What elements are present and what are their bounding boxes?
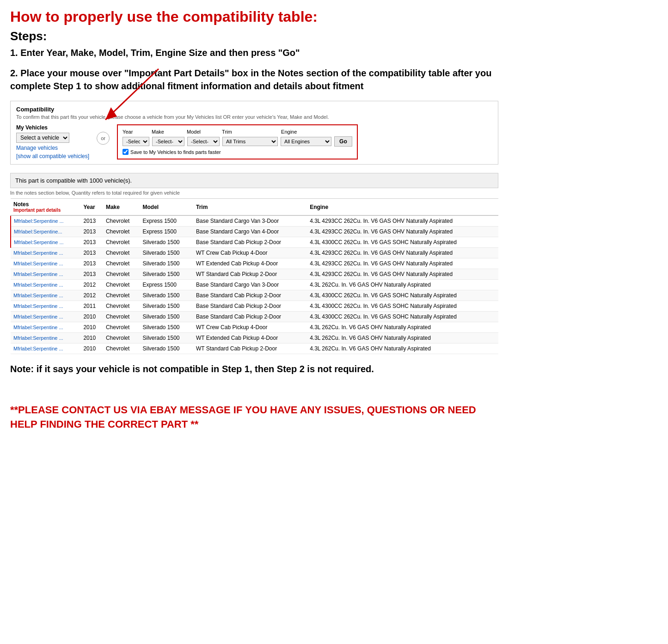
data-cell: 4.3L 4293CC 262Cu. In. V6 GAS OHV Natura… [307,248,498,258]
save-checkbox-row: Save to My Vehicles to finds parts faste… [123,149,352,155]
trim-select[interactable]: All Trims [222,137,278,146]
data-cell: Base Standard Cargo Van 4-Door [193,227,307,237]
contact-text: **PLEASE CONTACT US VIA EBAY MESSAGE IF … [10,403,498,432]
table-body: Mfrlabel:Serpentine ...2013ChevroletExpr… [11,215,498,354]
page-main-title: How to properly use the compatibility ta… [10,8,498,25]
table-row: Mfrlabel:Serpentine ...2012ChevroletSilv… [11,290,498,301]
data-cell: Chevrolet [103,312,140,322]
data-cell: 4.3L 4293CC 262Cu. In. V6 GAS OHV Natura… [307,227,498,237]
table-row: Mfrlabel:Serpentine ...2010ChevroletSilv… [11,312,498,322]
notes-cell: Mfrlabel:Serpentine ... [11,312,80,322]
data-cell: Silverado 1500 [140,312,193,322]
data-cell: 4.3L 262Cu. In. V6 GAS OHV Naturally Asp… [307,333,498,343]
data-cell: 2012 [80,290,103,301]
data-cell: 4.3L 262Cu. In. V6 GAS OHV Naturally Asp… [307,322,498,333]
data-cell: Base Standard Cargo Van 3-Door [193,215,307,227]
data-cell: Silverado 1500 [140,248,193,258]
my-vehicles-label: My Vehicles [16,124,89,131]
th-make: Make [103,199,140,216]
year-label: Year [123,129,148,135]
notes-cell: Mfrlabel:Serpentine ... [11,301,80,312]
data-cell: Base Standard Cab Pickup 2-Door [193,301,307,312]
data-cell: 2011 [80,301,103,312]
th-notes-important: Important part details [13,208,78,213]
show-all-vehicles-link[interactable]: [show all compatible vehicles] [16,153,89,159]
data-cell: Silverado 1500 [140,301,193,312]
th-year: Year [80,199,103,216]
data-cell: Chevrolet [103,258,140,269]
engine-label: Engine [281,129,332,135]
notes-cell: Mfrlabel:Serpentine ... [11,215,80,227]
notes-cell: Mfrlabel:Serpentine ... [11,322,80,333]
data-cell: 2010 [80,312,103,322]
model-select[interactable]: -Select- [187,137,220,146]
data-cell: 4.3L 262Cu. In. V6 GAS OHV Naturally Asp… [307,343,498,354]
make-label: Make [152,129,183,135]
data-cell: Silverado 1500 [140,290,193,301]
notes-cell: Mfrlabel:Serpentine ... [11,248,80,258]
data-cell: Chevrolet [103,301,140,312]
th-model: Model [140,199,193,216]
data-cell: Chevrolet [103,280,140,290]
quantity-note: In the notes section below, Quantity ref… [10,190,498,196]
th-notes-label: Notes [13,201,29,208]
table-row: Mfrlabel:Serpentine ...2010ChevroletSilv… [11,343,498,354]
notes-cell: Mfrlabel:Serpentine ... [11,290,80,301]
data-cell: Chevrolet [103,333,140,343]
data-cell: WT Extended Cab Pickup 4-Door [193,258,307,269]
save-vehicles-checkbox[interactable] [123,149,129,155]
table-row: Mfrlabel:Serpentine ...2013ChevroletSilv… [11,237,498,248]
save-checkbox-label: Save to My Vehicles to finds parts faste… [130,149,221,155]
compat-subtitle: To confirm that this part fits your vehi… [16,114,492,120]
data-cell: Chevrolet [103,227,140,237]
table-header-row: Notes Important part details Year Make M… [11,199,498,216]
data-cell: 4.3L 262Cu. In. V6 GAS OHV Naturally Asp… [307,280,498,290]
data-cell: Chevrolet [103,237,140,248]
notes-cell: Mfrlabel:Serpentine ... [11,269,80,280]
data-cell: Silverado 1500 [140,237,193,248]
th-engine: Engine [307,199,498,216]
data-cell: Express 1500 [140,227,193,237]
data-cell: Chevrolet [103,343,140,354]
data-cell: 2013 [80,258,103,269]
data-cell: WT Standard Cab Pickup 2-Door [193,269,307,280]
manage-vehicles-link[interactable]: Manage vehicles [16,145,89,151]
notes-cell: Mfrlabel:Serpentine ... [11,343,80,354]
step1-text: 1. Enter Year, Make, Model, Trim, Engine… [10,46,498,59]
data-cell: 4.3L 4300CC 262Cu. In. V6 GAS SOHC Natur… [307,312,498,322]
data-cell: WT Crew Cab Pickup 4-Door [193,322,307,333]
year-make-engine-box: Year Make Model Trim Engine -Select- -Se… [117,124,358,159]
data-cell: WT Extended Cab Pickup 4-Door [193,333,307,343]
trim-label: Trim [222,129,277,135]
data-cell: 2013 [80,237,103,248]
step2-text: 2. Place your mouse over "Important Part… [10,67,498,92]
compat-row: My Vehicles Select a vehicle Manage vehi… [16,124,492,159]
notes-cell: Mfrlabel:Serpentine ... [11,258,80,269]
compat-notice: This part is compatible with 1000 vehicl… [10,173,498,188]
go-button[interactable]: Go [334,136,352,147]
data-cell: 2010 [80,333,103,343]
data-cell: 2010 [80,322,103,333]
compatibility-table: Notes Important part details Year Make M… [10,198,498,354]
model-label: Model [187,129,218,135]
table-row: Mfrlabel:Serpentine ...2010ChevroletSilv… [11,333,498,343]
engine-select[interactable]: All Engines [281,137,331,146]
make-select[interactable]: -Select- [152,137,184,146]
data-cell: Express 1500 [140,215,193,227]
data-cell: 2012 [80,280,103,290]
th-notes: Notes Important part details [11,199,80,216]
table-row: Mfrlabel:Serpentine ...2010ChevroletSilv… [11,322,498,333]
data-cell: Chevrolet [103,322,140,333]
vehicle-select-dropdown[interactable]: Select a vehicle [16,133,69,143]
data-cell: Silverado 1500 [140,269,193,280]
my-vehicles-section: My Vehicles Select a vehicle Manage vehi… [16,124,89,159]
table-row: Mfrlabel:Serpentine ...2011ChevroletSilv… [11,301,498,312]
data-cell: 4.3L 4300CC 262Cu. In. V6 GAS SOHC Natur… [307,237,498,248]
table-row: Mfrlabel:Serpentine ...2012ChevroletExpr… [11,280,498,290]
data-cell: 4.3L 4300CC 262Cu. In. V6 GAS SOHC Natur… [307,290,498,301]
data-cell: 2010 [80,343,103,354]
data-cell: Chevrolet [103,215,140,227]
notes-cell: Mfrlabel:Serpentine... [11,227,80,237]
data-cell: Silverado 1500 [140,258,193,269]
year-select[interactable]: -Select- [123,137,149,146]
